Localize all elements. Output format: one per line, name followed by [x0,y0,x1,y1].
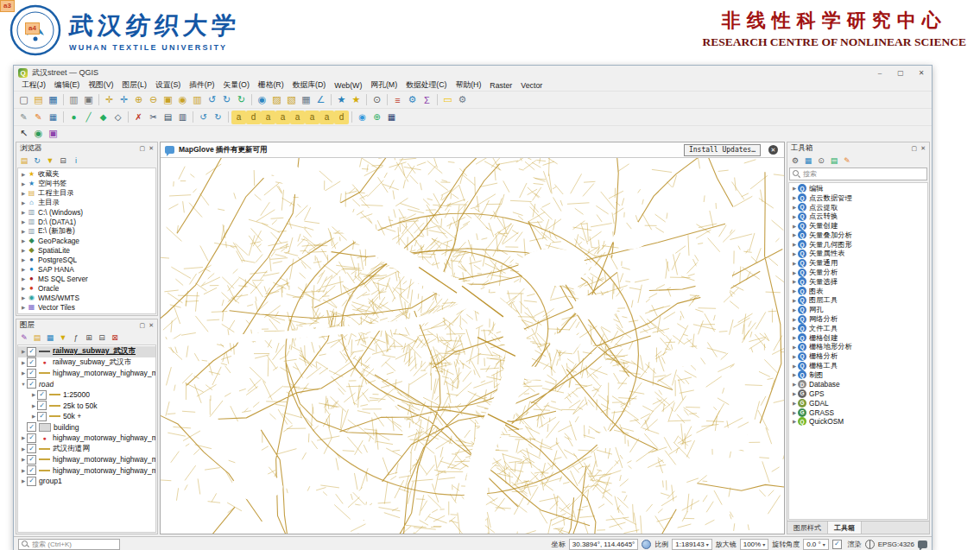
menu-item[interactable]: 帮助(H) [452,80,486,91]
toolbox-group[interactable]: ▶Q矢量通用 [789,258,927,268]
expand-arrow-icon[interactable]: ▶ [791,288,798,294]
float-panel-icon[interactable]: ▢ [912,145,918,152]
expand-arrow-icon[interactable]: ▶ [20,468,27,473]
models-icon[interactable]: ▦ [802,155,814,166]
browser-item[interactable]: ▶◉WMS/WMTS [18,293,155,302]
map-canvas[interactable] [161,158,784,534]
browser-item[interactable]: ▶◆GeoPackage [18,236,155,245]
toolbox-group[interactable]: ▶Q矢量选择 [789,277,927,287]
copy-features-icon[interactable]: ▤ [161,111,175,124]
new-print-layout-icon[interactable]: ▥ [66,93,81,107]
open-project-icon[interactable]: ▤ [31,93,46,107]
expand-arrow-icon[interactable]: ▶ [20,257,27,262]
toolbox-group[interactable]: ▶QQuickOSM [789,417,927,427]
toolbox-group[interactable]: ▶Q矢量属性表 [789,250,927,259]
browser-item[interactable]: ▶▦XYZ Tiles [18,312,155,314]
change-label-icon[interactable]: a [319,111,334,124]
zoom-full-icon[interactable]: ▣ [161,93,175,107]
results-viewer-icon[interactable]: ▤ [828,155,840,166]
toolbox-group[interactable]: ▶Q网孔 [789,305,927,314]
toolbox-group[interactable]: ▶GGRASS [789,408,927,417]
expand-arrow-icon[interactable]: ▶ [791,270,798,275]
menu-item[interactable]: 设置(S) [151,80,185,91]
expand-arrow-icon[interactable]: ▶ [791,232,798,237]
expand-arrow-icon[interactable]: ▶ [20,267,27,272]
expand-arrow-icon[interactable]: ▶ [20,238,27,243]
layer-checkbox[interactable]: ✓ [27,477,36,486]
add-line-feature-icon[interactable]: ╱ [81,111,96,124]
panel-tab[interactable]: 图层样式 [787,522,828,534]
menu-item[interactable]: Vector [516,81,547,90]
menu-item[interactable]: 视图(V) [84,80,117,91]
toolbox-group[interactable]: ▶Q点云数据管理 [789,193,927,203]
expand-arrow-icon[interactable]: ▶ [791,195,798,200]
browser-item[interactable]: ▶★收藏夹 [18,169,155,179]
show-bookmarks-icon[interactable]: ★ [349,93,364,107]
layer-labeling-icon[interactable]: a [231,111,246,124]
browser-item[interactable]: ▶▥D:\ (DATA1) [18,217,155,226]
expand-arrow-icon[interactable]: ▶ [30,414,37,419]
zoom-in-icon[interactable]: ⊕ [131,93,146,107]
browser-item[interactable]: ▶●PostgreSQL [18,255,155,264]
layer-checkbox[interactable]: ✓ [27,369,36,378]
crs-value[interactable]: EPSG:4326 [878,541,914,548]
layer-item[interactable]: ✓building [18,422,155,433]
expand-arrow-icon[interactable]: ▶ [20,457,27,462]
browser-item[interactable]: ▶◆SpatiaLite [18,245,155,255]
layer-checkbox[interactable]: ✓ [37,412,47,421]
osm-plugin-icon[interactable]: ▣ [46,126,60,140]
expand-arrow-icon[interactable]: ▶ [20,446,27,452]
toolbox-group[interactable]: ▶Q栅格创建 [789,333,927,343]
save-project-icon[interactable]: ▦ [46,93,60,107]
browser-item[interactable]: ▶●MS SQL Server [18,274,155,283]
menu-item[interactable]: 插件(P) [185,80,218,91]
menu-item[interactable]: 工程(J) [17,80,50,91]
filter-browser-icon[interactable]: ▼ [44,155,56,166]
close-panel-icon[interactable]: ✕ [149,145,154,152]
temporal-controller-icon[interactable]: ⊙ [370,93,384,107]
delete-selected-icon[interactable]: ✗ [131,111,146,124]
expand-arrow-icon[interactable]: ▶ [791,345,798,350]
browser-item[interactable]: ▶▥C:\ (Windows) [18,207,155,217]
expand-arrow-icon[interactable]: ▶ [20,210,27,215]
messages-log-icon[interactable] [918,541,927,548]
plugin-window-icon[interactable]: ▦ [384,111,399,124]
toolbox-group[interactable]: ▶Q栅格工具 [789,361,927,370]
toolbox-group[interactable]: ▶Q图表 [789,287,927,296]
expand-arrow-icon[interactable]: ▶ [20,172,27,177]
layer-item[interactable]: ▶✓highway_motorway_highway_mo... [18,465,155,477]
move-label-icon[interactable]: a [290,111,305,124]
expand-arrow-icon[interactable]: ▶ [20,276,27,281]
extents-globe-icon[interactable] [642,540,651,549]
expand-arrow-icon[interactable]: ▶ [791,391,798,396]
filter-by-expression-icon[interactable]: ƒ [70,332,82,343]
select-features-icon[interactable]: ▨ [269,93,284,107]
menu-item[interactable]: 数据处理(C) [401,80,451,91]
pan-to-selection-icon[interactable]: ✛ [117,93,131,107]
toolbox-group[interactable]: ▶Q编辑 [789,184,927,193]
expand-arrow-icon[interactable]: ▶ [20,360,27,365]
menu-item[interactable]: Raster [485,81,516,90]
rotation-spinner[interactable]: 0.0 ° [803,539,829,550]
toolbox-group[interactable]: ▶Q矢量几何图形 [789,240,927,250]
layer-checkbox[interactable]: ✓ [37,401,47,410]
pin-labels-icon[interactable]: a [261,111,275,124]
identify-features-icon[interactable]: ◉ [255,93,269,107]
vertex-tool-icon[interactable]: ◇ [111,111,125,124]
layer-item[interactable]: ▶✓group1 [18,476,155,487]
toolbox-group[interactable]: ▶GGDAL [789,398,927,408]
expand-arrow-icon[interactable]: ▶ [20,370,27,376]
close-panel-icon[interactable]: ✕ [920,145,926,152]
save-layer-edits-icon[interactable]: ▦ [46,111,60,124]
layout-manager-icon[interactable]: ▣ [81,93,96,107]
undo-icon[interactable]: ↺ [196,111,211,124]
toolbox-options-icon[interactable]: ⚙ [789,155,801,166]
statistical-summary-icon[interactable]: Σ [420,93,434,107]
minimize-button[interactable]: – [869,66,890,79]
highlight-labels-icon[interactable]: a [275,111,290,124]
geoprocessing-plugin-icon[interactable]: ◉ [31,126,46,140]
expand-arrow-icon[interactable]: ▶ [30,392,37,397]
expand-arrow-icon[interactable]: ▶ [791,298,798,303]
expand-arrow-icon[interactable]: ▶ [20,219,27,224]
layer-item[interactable]: ▶✓25k to 50k [18,401,155,412]
